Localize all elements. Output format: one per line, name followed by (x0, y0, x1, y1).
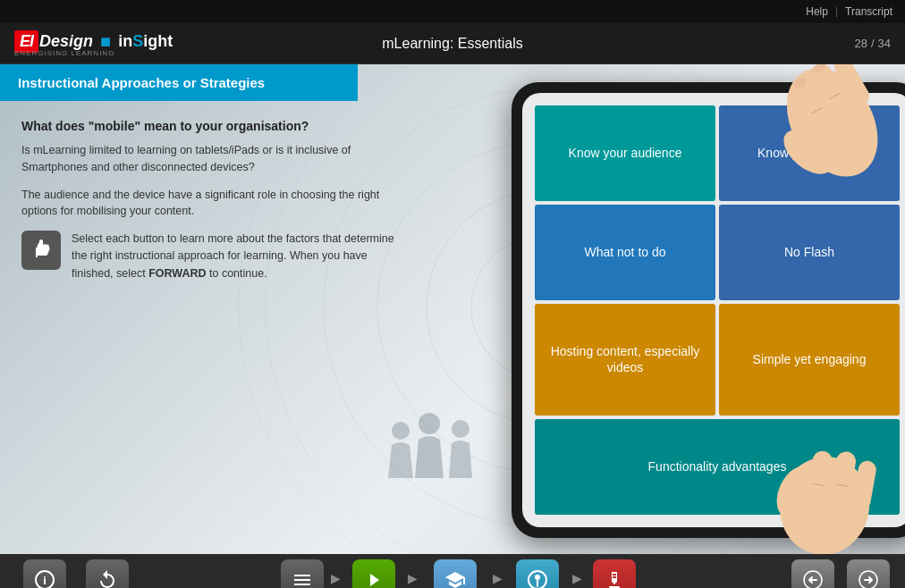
main-title-bar: EI Design ■ inSight ENERGISING LEARNING … (0, 23, 905, 64)
left-panel: Instructional Approaches or Strategies W… (0, 64, 429, 554)
svg-rect-32 (537, 581, 538, 585)
svg-rect-28 (294, 579, 310, 581)
no-flash-btn[interactable]: No Flash (719, 205, 900, 300)
arrow-2: ▶ (408, 571, 418, 588)
arrow-4: ▶ (572, 571, 582, 588)
para1: Is mLearning limited to learning on tabl… (21, 142, 408, 176)
svg-point-31 (537, 576, 539, 579)
what-not-btn[interactable]: What not to do (535, 205, 715, 300)
main-area: Instructional Approaches or Strategies W… (0, 64, 905, 554)
content-area: What does "mobile" mean to your organisa… (0, 101, 429, 300)
arrow-1: ▶ (331, 571, 341, 588)
begin-with-btn[interactable]: BEGIN WITH (343, 559, 406, 588)
nav-left-group: i COURSE INFO REPLAY (9, 559, 134, 588)
section-title-bar: Instructional Approaches or Strategies (0, 64, 358, 101)
learn-about-icon (434, 559, 477, 588)
arrow-3: ▶ (493, 571, 503, 588)
tablet-frame: Know your audience Know your content Wha… (512, 82, 905, 538)
menu-btn[interactable]: MENU (275, 559, 329, 588)
know-audience-btn[interactable]: Know your audience (535, 105, 715, 201)
hosting-btn[interactable]: Hosting content, especially videos (535, 304, 715, 416)
top-strip: Help | Transcript (0, 0, 905, 23)
know-more-icon (516, 559, 559, 588)
logo-insight: inSight (118, 32, 173, 51)
page-sep: / (871, 37, 875, 50)
course-info-btn[interactable]: i COURSE INFO (9, 559, 80, 588)
help-transcript-separator: | (835, 5, 838, 18)
grid-container: Know your audience Know your content Wha… (535, 105, 900, 515)
forward-icon (847, 559, 890, 588)
test-zone-btn[interactable]: TEST ZONE (584, 559, 644, 588)
page-current: 28 (854, 37, 867, 50)
simple-btn[interactable]: Simple yet engaging (719, 304, 900, 416)
course-info-icon: i (23, 559, 66, 588)
replay-btn[interactable]: REPLAY (80, 559, 134, 588)
question-heading: What does "mobile" mean to your organisa… (21, 119, 408, 133)
help-link[interactable]: Help (806, 5, 828, 18)
forward-btn[interactable]: FORWARD (842, 559, 897, 588)
page-counter: 28 / 34 (854, 37, 891, 50)
begin-with-icon (352, 559, 395, 588)
svg-point-8 (452, 420, 469, 438)
section-title: Instructional Approaches or Strategies (18, 75, 265, 90)
bottom-nav: i COURSE INFO REPLAY MENU (0, 554, 905, 588)
svg-rect-27 (294, 575, 310, 576)
course-title: mLearning: Essentials (382, 36, 522, 52)
logo-design: Design (39, 32, 93, 51)
para2: The audience and the device have a signi… (21, 187, 408, 221)
menu-icon (281, 559, 324, 588)
logo-area: EI Design ■ inSight ENERGISING LEARNING (14, 30, 173, 57)
thumb-icon (21, 231, 61, 270)
tablet-screen: Know your audience Know your content Wha… (522, 93, 905, 527)
learn-about-btn[interactable]: LEARN ABOUT (419, 559, 492, 588)
instruction-text: Select each button to learn more about t… (72, 231, 408, 282)
functionality-btn[interactable]: Functionality advantages (535, 419, 900, 515)
know-content-btn[interactable]: Know your content (719, 105, 900, 201)
transcript-link[interactable]: Transcript (845, 5, 892, 18)
instruction-box: Select each button to learn more about t… (21, 231, 408, 282)
replay-icon (86, 559, 129, 588)
nav-right-group: PREVIOUS FORWARD (785, 559, 896, 588)
logo-text-wrap: EI Design ■ inSight ENERGISING LEARNING (14, 30, 173, 57)
logo-tagline: ENERGISING LEARNING (14, 49, 173, 57)
know-more-btn[interactable]: KNOW MORE (504, 559, 571, 588)
nav-middle-group: MENU ▶ BEGIN WITH ▶ LEARN ABOUT ▶ (275, 559, 644, 588)
previous-btn[interactable]: PREVIOUS (785, 559, 842, 588)
svg-rect-29 (294, 584, 310, 585)
instruction-bold: FORWARD (148, 267, 206, 280)
page-total: 34 (878, 37, 891, 50)
svg-text:i: i (43, 574, 47, 587)
test-zone-icon (593, 559, 636, 588)
previous-icon (791, 559, 834, 588)
